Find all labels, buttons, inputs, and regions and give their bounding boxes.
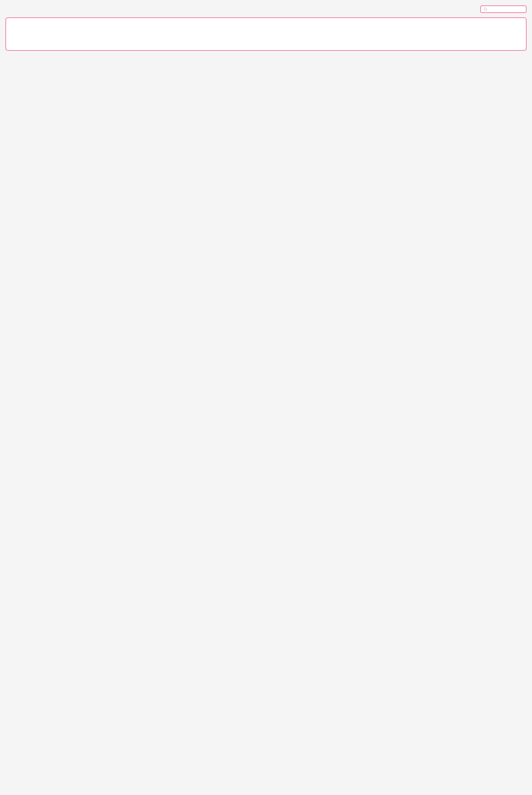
search-icon (483, 7, 487, 11)
svg-point-0 (484, 8, 487, 11)
search-input[interactable] (489, 7, 523, 11)
svg-line-1 (486, 10, 487, 11)
main-container (5, 18, 527, 51)
search-box[interactable] (480, 5, 527, 13)
